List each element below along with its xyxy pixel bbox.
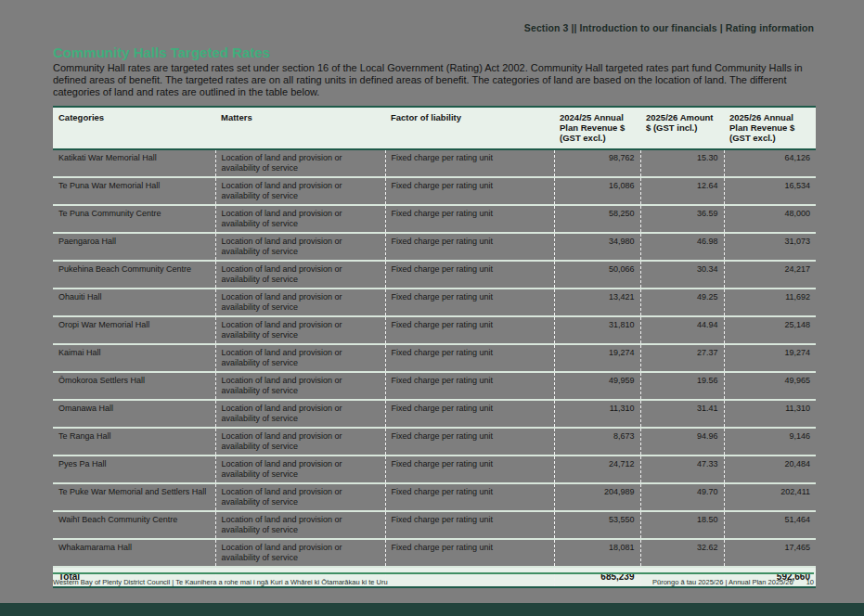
cell-factor: Fixed charge per rating unit bbox=[385, 233, 554, 261]
cell-rev-2024-25: 8,673 bbox=[554, 428, 640, 456]
cell-matters: Location of land and provision or availa… bbox=[215, 177, 385, 205]
cell-factor: Fixed charge per rating unit bbox=[385, 177, 554, 205]
cell-rev-2024-25: 11,310 bbox=[554, 400, 640, 428]
footer-left-text: Western Bay of Plenty District Council |… bbox=[53, 578, 388, 586]
cell-rev-2025-26: 202,411 bbox=[724, 483, 816, 511]
table-row: Te Puna Community CentreLocation of land… bbox=[53, 205, 816, 233]
cell-category: Omanawa Hall bbox=[53, 400, 215, 428]
cell-amount-2025-26: 47.33 bbox=[640, 456, 724, 483]
cell-factor: Fixed charge per rating unit bbox=[385, 428, 554, 456]
cell-category: Te Puna War Memorial Hall bbox=[53, 177, 215, 205]
column-header: 2025/26 Amount $ (GST incl.) bbox=[640, 107, 724, 149]
cell-category: Oropi War Memorial Hall bbox=[53, 316, 215, 344]
cell-rev-2025-26: 11,692 bbox=[724, 289, 816, 316]
cell-category: Kaimai Hall bbox=[53, 344, 215, 372]
cell-rev-2025-26: 31,073 bbox=[724, 233, 816, 261]
cell-rev-2024-25: 49,959 bbox=[554, 372, 640, 400]
column-header: Categories bbox=[53, 107, 215, 149]
table-row: Oropi War Memorial HallLocation of land … bbox=[53, 316, 816, 344]
cell-rev-2024-25: 31,810 bbox=[554, 316, 640, 344]
table-row: Waihī Beach Community CentreLocation of … bbox=[53, 511, 816, 539]
cell-factor: Fixed charge per rating unit bbox=[385, 149, 554, 177]
cell-factor: Fixed charge per rating unit bbox=[385, 205, 554, 233]
cell-rev-2024-25: 13,421 bbox=[554, 289, 640, 316]
table-row: Te Puna War Memorial HallLocation of lan… bbox=[53, 177, 816, 205]
cell-amount-2025-26: 49.70 bbox=[640, 483, 724, 511]
cell-matters: Location of land and provision or availa… bbox=[215, 483, 385, 511]
cell-rev-2025-26: 48,000 bbox=[724, 205, 816, 233]
cell-amount-2025-26: 46.98 bbox=[640, 233, 724, 261]
cell-factor: Fixed charge per rating unit bbox=[385, 483, 554, 511]
cell-matters: Location of land and provision or availa… bbox=[215, 539, 385, 567]
cell-matters: Location of land and provision or availa… bbox=[215, 289, 385, 316]
cell-category: Te Puke War Memorial and Settlers Hall bbox=[53, 483, 215, 511]
footer-divider bbox=[53, 572, 814, 574]
cell-matters: Location of land and provision or availa… bbox=[215, 372, 385, 400]
table-row: Ōmokoroa Settlers HallLocation of land a… bbox=[53, 372, 816, 400]
cell-rev-2024-25: 58,250 bbox=[554, 205, 640, 233]
intro-paragraph: Community Hall rates are targeted rates … bbox=[53, 62, 816, 98]
cell-matters: Location of land and provision or availa… bbox=[215, 316, 385, 344]
table-row: Ohauiti HallLocation of land and provisi… bbox=[53, 289, 816, 316]
cell-amount-2025-26: 19.56 bbox=[640, 372, 724, 400]
cell-matters: Location of land and provision or availa… bbox=[215, 261, 385, 289]
cell-factor: Fixed charge per rating unit bbox=[385, 261, 554, 289]
cell-rev-2024-25: 16,086 bbox=[554, 177, 640, 205]
cell-rev-2024-25: 18,081 bbox=[554, 539, 640, 567]
cell-matters: Location of land and provision or availa… bbox=[215, 400, 385, 428]
cell-category: Ōmokoroa Settlers Hall bbox=[53, 372, 215, 400]
cell-amount-2025-26: 15.30 bbox=[640, 149, 724, 177]
cell-rev-2024-25: 98,762 bbox=[554, 149, 640, 177]
cell-rev-2025-26: 24,217 bbox=[724, 261, 816, 289]
cell-matters: Location of land and provision or availa… bbox=[215, 344, 385, 372]
breadcrumb: Section 3 || Introduction to our financi… bbox=[524, 22, 814, 33]
cell-factor: Fixed charge per rating unit bbox=[385, 539, 554, 567]
cell-rev-2025-26: 51,464 bbox=[724, 511, 816, 539]
cell-amount-2025-26: 94.96 bbox=[640, 428, 724, 456]
bottom-bar bbox=[0, 603, 864, 616]
cell-category: Pyes Pa Hall bbox=[53, 456, 215, 483]
table-row: Pyes Pa HallLocation of land and provisi… bbox=[53, 456, 816, 483]
cell-rev-2024-25: 50,066 bbox=[554, 261, 640, 289]
cell-amount-2025-26: 12.64 bbox=[640, 177, 724, 205]
cell-factor: Fixed charge per rating unit bbox=[385, 372, 554, 400]
page-title: Community Halls Targeted Rates bbox=[53, 45, 270, 60]
cell-rev-2024-25: 19,274 bbox=[554, 344, 640, 372]
cell-amount-2025-26: 32.62 bbox=[640, 539, 724, 567]
table-header-row: CategoriesMattersFactor of liability2024… bbox=[53, 107, 816, 149]
cell-category: Katikati War Memorial Hall bbox=[53, 149, 215, 177]
cell-rev-2025-26: 25,148 bbox=[724, 316, 816, 344]
page-footer: Western Bay of Plenty District Council |… bbox=[53, 578, 814, 586]
cell-amount-2025-26: 30.34 bbox=[640, 261, 724, 289]
table-row: Katikati War Memorial HallLocation of la… bbox=[53, 149, 816, 177]
footer-right: Pūrongo ā tau 2025/26 | Annual Plan 2025… bbox=[652, 578, 814, 586]
table-row: Te Ranga HallLocation of land and provis… bbox=[53, 428, 816, 456]
cell-factor: Fixed charge per rating unit bbox=[385, 289, 554, 316]
cell-matters: Location of land and provision or availa… bbox=[215, 149, 385, 177]
cell-rev-2025-26: 64,126 bbox=[724, 149, 816, 177]
table-row: Kaimai HallLocation of land and provisio… bbox=[53, 344, 816, 372]
column-header: Factor of liability bbox=[385, 107, 554, 149]
cell-matters: Location of land and provision or availa… bbox=[215, 205, 385, 233]
cell-rev-2024-25: 204,989 bbox=[554, 483, 640, 511]
cell-amount-2025-26: 44.94 bbox=[640, 316, 724, 344]
cell-category: Te Ranga Hall bbox=[53, 428, 215, 456]
cell-factor: Fixed charge per rating unit bbox=[385, 400, 554, 428]
document-page: Section 3 || Introduction to our financi… bbox=[0, 0, 864, 616]
table-row: Paengaroa HallLocation of land and provi… bbox=[53, 233, 816, 261]
cell-factor: Fixed charge per rating unit bbox=[385, 456, 554, 483]
column-header: 2024/25 Annual Plan Revenue $ (GST excl.… bbox=[554, 107, 640, 149]
cell-category: Te Puna Community Centre bbox=[53, 205, 215, 233]
cell-rev-2024-25: 53,550 bbox=[554, 511, 640, 539]
table-row: Whakamarama HallLocation of land and pro… bbox=[53, 539, 816, 567]
table-row: Omanawa HallLocation of land and provisi… bbox=[53, 400, 816, 428]
table-row: Te Puke War Memorial and Settlers HallLo… bbox=[53, 483, 816, 511]
cell-amount-2025-26: 36.59 bbox=[640, 205, 724, 233]
table-row: Pukehina Beach Community CentreLocation … bbox=[53, 261, 816, 289]
cell-rev-2025-26: 19,274 bbox=[724, 344, 816, 372]
cell-matters: Location of land and provision or availa… bbox=[215, 233, 385, 261]
cell-factor: Fixed charge per rating unit bbox=[385, 344, 554, 372]
cell-amount-2025-26: 27.37 bbox=[640, 344, 724, 372]
table-body: Katikati War Memorial HallLocation of la… bbox=[53, 149, 816, 567]
cell-factor: Fixed charge per rating unit bbox=[385, 316, 554, 344]
